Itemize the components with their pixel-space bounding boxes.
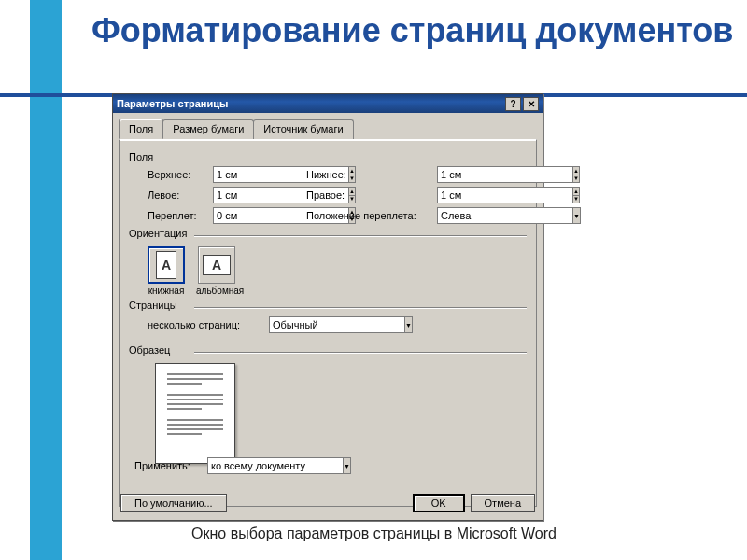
orientation-portrait-label: книжная — [146, 286, 187, 296]
slide-title: Форматирование страниц документов — [92, 13, 733, 49]
combo-apply-to-field[interactable] — [207, 457, 343, 474]
chevron-down-icon[interactable]: ▼ — [343, 457, 351, 474]
orientation-landscape-label: альбомная — [196, 286, 237, 296]
input-gutter[interactable]: ▲▼ — [213, 207, 297, 224]
portrait-icon: A — [148, 246, 185, 284]
group-pages: Страницы — [129, 301, 527, 313]
label-left: Левое: — [148, 189, 213, 201]
spin-up-icon[interactable]: ▲ — [572, 187, 580, 195]
label-apply-to: Применить: — [134, 460, 207, 471]
label-right: Правое: — [306, 189, 437, 201]
label-gutter-pos: Положение переплета: — [306, 210, 437, 221]
input-right-margin-field[interactable] — [437, 187, 572, 203]
group-sample: Образец — [129, 346, 527, 357]
group-pages-label: Страницы — [129, 300, 177, 311]
slide-caption: Окно выбора параметров страницы в Micros… — [191, 525, 557, 542]
input-right-margin[interactable]: ▲▼ — [437, 187, 521, 203]
label-multi-pages: несколько страниц: — [148, 319, 269, 330]
ok-button[interactable]: OK — [413, 494, 465, 512]
combo-apply-to[interactable]: ▼ — [207, 457, 347, 474]
page-preview — [155, 363, 235, 464]
input-bottom-margin-field[interactable] — [437, 166, 572, 183]
tab-fields[interactable]: Поля — [119, 119, 163, 139]
combo-multi-pages[interactable]: ▼ — [269, 316, 400, 333]
input-top-margin[interactable]: ▲▼ — [213, 166, 297, 183]
default-button[interactable]: По умолчанию... — [120, 494, 227, 512]
input-left-margin[interactable]: ▲▼ — [213, 187, 297, 203]
group-orientation-label: Ориентация — [129, 228, 187, 239]
left-margin — [0, 0, 30, 560]
combo-gutter-pos-field[interactable] — [437, 207, 572, 224]
input-bottom-margin[interactable]: ▲▼ — [437, 166, 521, 183]
spin-up-icon[interactable]: ▲ — [572, 166, 580, 175]
page-setup-dialog: Параметры страницы ? ✕ Поля Размер бумаг… — [112, 93, 543, 521]
tab-paper-size[interactable]: Размер бумаги — [162, 119, 254, 140]
tabs: Поля Размер бумаги Источник бумаги — [113, 113, 543, 139]
orientation-portrait[interactable]: A книжная — [146, 246, 187, 296]
group-orientation: Ориентация — [129, 230, 527, 241]
dialog-button-bar: По умолчанию... OK Отмена — [120, 494, 535, 512]
chevron-down-icon[interactable]: ▼ — [404, 316, 413, 333]
label-top: Верхнее: — [148, 169, 213, 180]
group-fields-label: Поля — [129, 151, 527, 162]
help-button[interactable]: ? — [505, 97, 521, 111]
tab-panel-fields: Поля Верхнее: ▲▼ Нижнее: ▲▼ Левое: ▲▼ Пр… — [119, 139, 537, 507]
group-sample-label: Образец — [129, 344, 170, 356]
close-button[interactable]: ✕ — [523, 97, 539, 111]
spin-down-icon[interactable]: ▼ — [572, 195, 580, 204]
chevron-down-icon[interactable]: ▼ — [572, 207, 581, 224]
cancel-button[interactable]: Отмена — [471, 494, 535, 512]
label-bottom: Нижнее: — [306, 169, 437, 180]
combo-gutter-pos[interactable]: ▼ — [437, 207, 521, 224]
orientation-landscape[interactable]: A альбомная — [196, 246, 237, 296]
accent-stripe — [30, 0, 62, 560]
dialog-title: Параметры страницы — [117, 98, 503, 109]
spin-down-icon[interactable]: ▼ — [572, 175, 580, 184]
tab-paper-source[interactable]: Источник бумаги — [253, 119, 353, 140]
label-gutter: Переплет: — [148, 210, 213, 221]
combo-multi-pages-field[interactable] — [269, 316, 404, 333]
dialog-titlebar: Параметры страницы ? ✕ — [113, 94, 543, 113]
landscape-icon: A — [198, 246, 235, 284]
